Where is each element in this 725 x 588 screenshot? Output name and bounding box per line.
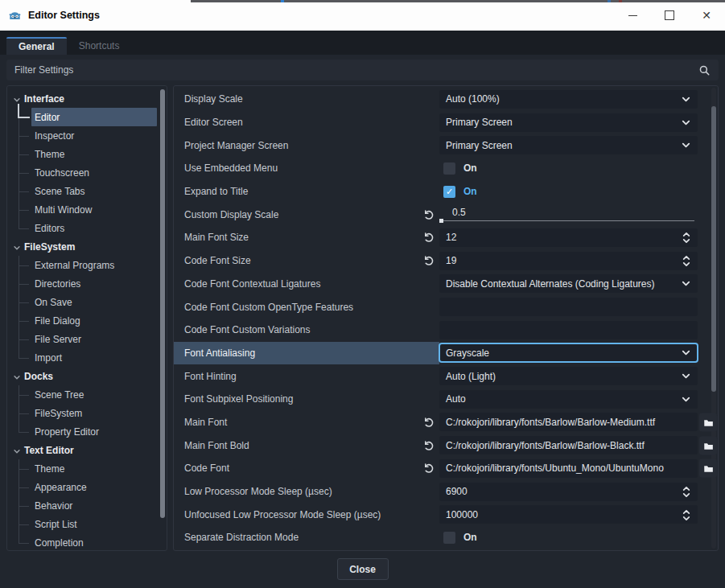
setting-row-main-font-bold: Main Font BoldC:/rokojori/library/fonts/…: [174, 434, 718, 457]
sidebar-scrollbar-thumb[interactable]: [160, 89, 165, 518]
font-hinting-dropdown[interactable]: Auto (Light): [439, 367, 698, 385]
window-close-button[interactable]: ✕: [688, 0, 725, 31]
setting-label: Code Font Contextual Ligatures: [174, 273, 439, 296]
revert-icon[interactable]: [422, 463, 435, 475]
sidebar-item-behavior[interactable]: Behavior: [7, 496, 167, 515]
search-placeholder: Filter Settings: [14, 64, 73, 76]
code-font-size-spinbox[interactable]: 19: [439, 252, 698, 270]
revert-icon[interactable]: [422, 208, 435, 220]
folder-button[interactable]: [699, 459, 717, 478]
tab-general[interactable]: General: [6, 37, 67, 55]
code-font-custom-variations-input[interactable]: [439, 321, 698, 339]
display-scale-dropdown[interactable]: Auto (100%): [439, 90, 698, 109]
sidebar-section-text-editor[interactable]: Text Editor: [7, 441, 167, 459]
spin-updown-icon[interactable]: [682, 508, 691, 521]
code-font-contextual-ligatures-dropdown[interactable]: Disable Contextual Alternates (Coding Li…: [439, 274, 698, 293]
setting-control: Auto (100%): [439, 88, 698, 111]
spin-value: 19: [446, 255, 456, 266]
sidebar-item-on-save[interactable]: On Save: [7, 293, 167, 311]
main-font-path-input[interactable]: C:/rokojori/library/fonts/Barlow/Barlow-…: [439, 413, 698, 431]
sidebar-item-editors[interactable]: Editors: [7, 219, 167, 237]
setting-control: Auto: [439, 388, 698, 411]
sidebar-item-directories[interactable]: Directories: [7, 274, 167, 293]
checkbox-unchecked[interactable]: [443, 532, 455, 544]
sidebar-scrollbar[interactable]: [160, 88, 165, 549]
sidebar-item-label: Appearance: [35, 482, 87, 493]
sidebar-item-editor[interactable]: Editor: [7, 108, 167, 126]
search-input[interactable]: Filter Settings: [6, 60, 719, 80]
setting-control: Auto (Light): [439, 364, 698, 388]
code-font-custom-opentype-features-input[interactable]: [439, 298, 698, 316]
sidebar-section-filesystem[interactable]: FileSystem: [7, 237, 167, 256]
setting-label: Code Font: [174, 457, 439, 480]
custom-display-scale-slider[interactable]: 0.5: [439, 203, 698, 226]
revert-icon[interactable]: [422, 255, 435, 267]
sidebar-item-multi-window[interactable]: Multi Window: [7, 200, 167, 219]
sidebar-item-theme[interactable]: Theme: [7, 459, 167, 478]
main-scrollbar-thumb[interactable]: [711, 106, 716, 392]
minimize-button[interactable]: [614, 0, 651, 31]
low-processor-mode-sleep-sec-spinbox[interactable]: 6900: [439, 483, 698, 501]
sidebar-section-docks[interactable]: Docks: [7, 367, 167, 385]
setting-control: [439, 295, 698, 319]
checkbox-checked[interactable]: ✓: [443, 186, 455, 198]
expand-to-title-checkbox-row: ✓On: [439, 186, 477, 198]
revert-icon[interactable]: [422, 232, 435, 244]
dialog-footer: Close: [0, 551, 725, 588]
sidebar-item-script-list[interactable]: Script List: [7, 515, 167, 533]
checkbox-unchecked[interactable]: [443, 162, 455, 175]
sidebar-item-file-dialog[interactable]: File Dialog: [7, 311, 167, 330]
chevron-down-icon: [681, 347, 691, 358]
sidebar-item-file-server[interactable]: File Server: [7, 330, 167, 348]
spin-updown-icon[interactable]: [682, 485, 691, 498]
slider-grabber[interactable]: [439, 219, 443, 223]
sidebar-item-property-editor[interactable]: Property Editor: [7, 422, 167, 441]
folder-button[interactable]: [699, 413, 717, 431]
main-font-bold-path-input[interactable]: C:/rokojori/library/fonts/Barlow/Barlow-…: [439, 436, 698, 454]
setting-row-font-hinting: Font HintingAuto (Light): [174, 364, 718, 388]
sidebar-item-label: Theme: [35, 149, 64, 160]
font-subpixel-positioning-dropdown[interactable]: Auto: [439, 390, 698, 409]
sidebar-item-scene-tabs[interactable]: Scene Tabs: [7, 182, 167, 200]
setting-label: Font Hinting: [174, 364, 439, 388]
folder-button[interactable]: [699, 436, 717, 454]
spin-updown-icon[interactable]: [682, 231, 691, 244]
setting-row-main-font-size: Main Font Size12: [174, 226, 718, 249]
setting-label: Font Subpixel Positioning: [174, 388, 439, 411]
revert-icon[interactable]: [422, 416, 435, 428]
sidebar-item-scene-tree[interactable]: Scene Tree: [7, 385, 167, 404]
sidebar-item-theme[interactable]: Theme: [7, 145, 167, 163]
code-font-path-input[interactable]: C:/rokojori/library/fonts/Ubuntu_Mono/Ub…: [439, 459, 698, 478]
spin-updown-icon[interactable]: [682, 254, 691, 267]
setting-control: Grayscale: [439, 342, 698, 365]
sidebar-item-external-programs[interactable]: External Programs: [7, 256, 167, 274]
project-manager-screen-dropdown[interactable]: Primary Screen: [439, 136, 698, 154]
window-titlebar[interactable]: Editor Settings ✕: [0, 0, 725, 31]
settings-tree-sidebar: InterfaceEditorInspectorThemeTouchscreen…: [6, 85, 167, 551]
unfocused-low-processor-mode-sleep-sec-spinbox[interactable]: 100000: [439, 505, 698, 524]
setting-row-low-processor-mode-sleep-sec: Low Processor Mode Sleep (µsec)6900: [174, 480, 718, 504]
sidebar-item-inspector[interactable]: Inspector: [7, 126, 167, 145]
sidebar-item-import[interactable]: Import: [7, 348, 167, 367]
revert-icon[interactable]: [422, 439, 435, 451]
sidebar-item-completion[interactable]: Completion: [7, 533, 167, 551]
tab-shortcuts[interactable]: Shortcuts: [67, 37, 132, 55]
setting-label: Low Processor Mode Sleep (µsec): [174, 480, 439, 504]
sidebar-item-label: Script List: [35, 519, 77, 530]
font-antialiasing-dropdown[interactable]: Grayscale: [439, 343, 698, 362]
setting-control: Disable Contextual Alternates (Coding Li…: [439, 273, 698, 296]
sidebar-item-touchscreen[interactable]: Touchscreen: [7, 163, 167, 182]
setting-row-font-antialiasing: Font AntialiasingGrayscale: [174, 342, 718, 365]
close-dialog-button[interactable]: Close: [337, 558, 389, 580]
sidebar-section-interface[interactable]: Interface: [7, 89, 167, 108]
section-label: FileSystem: [24, 241, 75, 253]
main-font-size-spinbox[interactable]: 12: [439, 228, 698, 247]
main-scrollbar[interactable]: [711, 88, 716, 549]
sidebar-item-appearance[interactable]: Appearance: [7, 478, 167, 496]
maximize-button[interactable]: [651, 0, 688, 31]
chevron-down-icon: [681, 371, 691, 381]
close-icon: ✕: [702, 10, 711, 21]
sidebar-item-filesystem[interactable]: FileSystem: [7, 404, 167, 422]
slider-track[interactable]: [439, 220, 694, 221]
editor-screen-dropdown[interactable]: Primary Screen: [439, 113, 698, 132]
